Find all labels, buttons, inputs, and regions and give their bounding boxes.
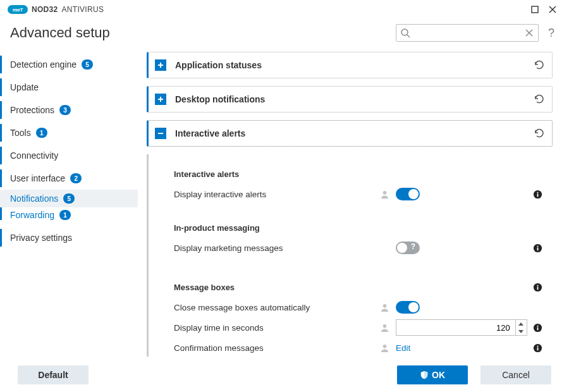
window-maximize-button[interactable]	[526, 1, 544, 18]
brand-name1: NOD32	[32, 5, 58, 14]
brand-logo: eseT	[8, 5, 28, 14]
titlebar: eseT NOD32 ANTIVIRUS	[0, 0, 569, 19]
svg-point-29	[383, 344, 387, 348]
svg-rect-21	[537, 285, 538, 286]
sidebar-item-user-interface[interactable]: User interface 2	[0, 167, 138, 190]
panel-title: Application statuses	[175, 60, 528, 70]
button-label: Default	[38, 370, 68, 380]
undo-icon[interactable]	[533, 59, 546, 71]
user-policy-icon	[380, 190, 389, 199]
svg-point-23	[383, 324, 387, 328]
svg-rect-18	[537, 245, 538, 247]
header: Advanced setup ?	[0, 19, 569, 49]
group-title-message-boxes: Message boxes	[174, 283, 529, 292]
undo-icon[interactable]	[533, 93, 546, 106]
svg-rect-20	[537, 286, 538, 290]
search-box[interactable]	[396, 24, 539, 42]
toggle-close-message-boxes-auto[interactable]	[396, 301, 420, 314]
page-title: Advanced setup	[10, 25, 110, 41]
svg-marker-24	[518, 322, 523, 326]
sidebar-item-label: Forwarding	[10, 210, 54, 220]
badge: 1	[59, 210, 71, 220]
button-label: Cancel	[502, 370, 530, 380]
badge: 1	[36, 128, 47, 138]
sidebar-item-label: Update	[10, 82, 39, 92]
sidebar-item-notifications[interactable]: Notifications 5	[0, 190, 138, 207]
svg-point-12	[383, 190, 387, 194]
collapse-icon[interactable]	[155, 128, 166, 139]
toggle-display-marketing-messages[interactable]: ?	[396, 242, 420, 254]
main: Detection engine 5 Update Protections 3 …	[0, 49, 569, 357]
sidebar-item-privacy-settings[interactable]: Privacy settings	[0, 226, 138, 249]
stepper-up-icon[interactable]	[516, 320, 527, 328]
help-button[interactable]: ?	[544, 27, 559, 40]
panel-desktop-notifications: Desktop notifications	[147, 86, 553, 113]
sidebar-item-label: Protections	[10, 105, 54, 115]
panel-head-application-statuses[interactable]: Application statuses	[149, 52, 552, 78]
stepper-down-icon[interactable]	[516, 328, 527, 335]
expand-icon[interactable]	[155, 94, 166, 105]
sidebar-item-detection-engine[interactable]: Detection engine 5	[0, 53, 138, 76]
badge: 5	[82, 59, 93, 70]
ok-button[interactable]: OK	[397, 365, 468, 384]
info-icon[interactable]	[529, 243, 546, 253]
svg-rect-17	[537, 247, 538, 250]
cancel-button[interactable]: Cancel	[480, 365, 551, 384]
svg-rect-15	[537, 192, 538, 193]
user-policy-icon	[380, 343, 389, 353]
row-message-boxes-heading: Message boxes	[174, 277, 546, 297]
svg-rect-31	[537, 347, 538, 350]
sidebar-item-protections[interactable]: Protections 3	[0, 99, 138, 121]
search-input[interactable]	[396, 25, 538, 41]
sidebar-item-connectivity[interactable]: Connectivity	[0, 144, 138, 167]
info-icon[interactable]	[529, 323, 546, 333]
user-policy-icon	[380, 323, 389, 333]
button-label: OK	[432, 370, 445, 380]
window-close-button[interactable]	[544, 1, 561, 18]
row-display-marketing-messages: Display marketing messages ?	[174, 238, 546, 258]
svg-rect-32	[537, 345, 538, 346]
row-label: Display interactive alerts	[174, 190, 380, 199]
sidebar-item-update[interactable]: Update	[0, 76, 138, 99]
toggle-display-interactive-alerts[interactable]	[396, 188, 420, 200]
sidebar-item-label: Notifications	[10, 193, 58, 204]
search-icon	[400, 28, 410, 40]
group-title-in-product-messaging: In-product messaging	[174, 223, 546, 233]
svg-rect-27	[537, 327, 538, 330]
display-time-input[interactable]	[396, 320, 515, 335]
group-title-interactive-alerts: Interactive alerts	[174, 169, 546, 179]
sidebar-item-label: Connectivity	[10, 150, 58, 161]
panel-body-interactive-alerts: Interactive alerts Display interactive a…	[147, 154, 553, 357]
brand-name2: ANTIVIRUS	[62, 5, 104, 14]
undo-icon[interactable]	[533, 127, 546, 140]
panel-interactive-alerts: Interactive alerts	[147, 120, 553, 147]
sidebar: Detection engine 5 Update Protections 3 …	[0, 49, 138, 357]
badge: 3	[59, 105, 71, 115]
info-icon[interactable]	[529, 343, 546, 353]
panel-title: Desktop notifications	[175, 94, 528, 104]
row-display-time-seconds: Display time in seconds	[174, 317, 546, 338]
row-display-interactive-alerts: Display interactive alerts	[174, 184, 546, 204]
info-icon[interactable]	[529, 190, 546, 199]
sidebar-item-label: Tools	[10, 128, 31, 138]
sidebar-item-tools[interactable]: Tools 1	[0, 121, 138, 144]
svg-point-3	[401, 29, 408, 35]
default-button[interactable]: Default	[18, 365, 89, 384]
panel-head-interactive-alerts[interactable]: Interactive alerts	[149, 121, 552, 146]
question-icon: ?	[411, 242, 415, 251]
sidebar-item-label: Privacy settings	[10, 233, 72, 243]
display-time-stepper[interactable]	[396, 319, 527, 336]
info-icon[interactable]	[529, 283, 546, 292]
edit-link[interactable]: Edit	[396, 343, 410, 353]
sidebar-item-label: Detection engine	[10, 59, 76, 70]
sidebar-item-forwarding[interactable]: Forwarding 1	[0, 207, 138, 223]
row-label: Display time in seconds	[174, 323, 380, 333]
row-confirmation-messages: Confirmation messages Edit	[174, 338, 546, 357]
expand-icon[interactable]	[155, 59, 166, 71]
footer: Default OK Cancel	[0, 358, 569, 392]
search-clear-icon[interactable]	[524, 28, 534, 40]
panel-head-desktop-notifications[interactable]: Desktop notifications	[149, 87, 552, 112]
row-close-message-boxes-auto: Close message boxes automatically	[174, 297, 546, 317]
svg-marker-25	[518, 330, 523, 333]
svg-rect-0	[532, 6, 538, 13]
